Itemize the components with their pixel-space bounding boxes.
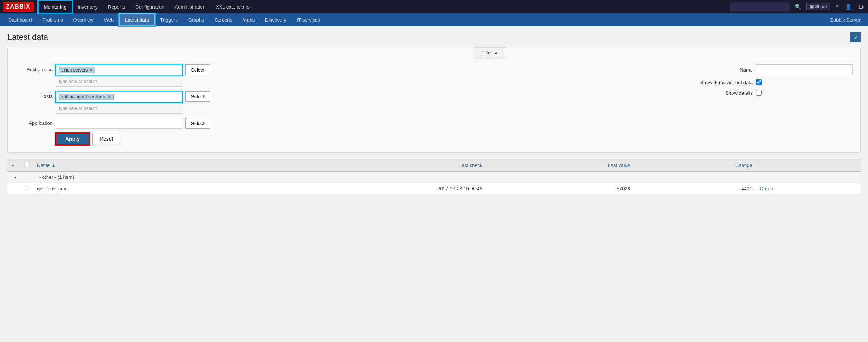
nav-graphs[interactable]: Graphs <box>183 13 210 26</box>
row-expand-cell <box>7 183 21 194</box>
hosts-input-wrap: zabbix-agent-service-a ✕ type here to se… <box>56 91 182 114</box>
nav-discovery[interactable]: Discovery <box>260 13 292 26</box>
application-select-button[interactable]: Select <box>185 118 210 129</box>
user-icon[interactable]: 👤 <box>844 4 853 10</box>
col-name-header[interactable]: Name ▲ <box>33 159 224 172</box>
logo: ZABBIX <box>3 2 34 12</box>
apply-button[interactable]: Apply <box>56 133 89 145</box>
filter-actions: Apply Reset <box>56 133 678 145</box>
second-navigation: Dashboard Problems Overview Web Latest d… <box>0 13 868 26</box>
row-lastcheck-cell: 2017-08-26 10:00:45 <box>224 183 486 194</box>
graph-link[interactable]: Graph <box>760 186 773 191</box>
data-table: ▼ Name ▲ Last check Last value Change <box>7 159 861 194</box>
page-title-row: Latest data ⤢ <box>7 32 861 42</box>
top-nav-items: Monitoring Inventory Reports Configurati… <box>38 0 730 13</box>
table-row: get_total_num 2017-08-26 10:00:45 57026 … <box>7 183 861 194</box>
nav-it-services[interactable]: IT services <box>292 13 326 26</box>
group-name-cell: - other - (1 Item) <box>33 171 861 183</box>
nav-configuration[interactable]: Configuration <box>130 0 169 13</box>
row-checkbox-cell[interactable] <box>21 183 33 194</box>
search-input[interactable] <box>730 2 790 11</box>
page-content: Latest data ⤢ Filter ▲ Host groups <box>0 26 868 342</box>
group-expand-cell[interactable]: ▼ <box>7 171 21 183</box>
nav-dashboard[interactable]: Dashboard <box>3 13 37 26</box>
nav-triggers[interactable]: Triggers <box>155 13 183 26</box>
col-graph-header <box>756 159 861 172</box>
host-groups-tag: Linux servers ✕ <box>59 67 95 73</box>
host-groups-tag-input[interactable]: Linux servers ✕ <box>56 64 182 76</box>
hosts-select-button[interactable]: Select <box>185 91 210 102</box>
col-checkbox-header <box>21 159 33 172</box>
server-name: Zabbix Server <box>830 17 865 23</box>
nav-overview[interactable]: Overview <box>68 13 99 26</box>
application-row: Application Select <box>15 118 678 129</box>
row-name-cell: get_total_num <box>33 183 224 194</box>
hosts-tag-remove[interactable]: ✕ <box>108 95 111 99</box>
filter-left-column: Host groups Linux servers ✕ type here to… <box>15 64 678 145</box>
reset-button[interactable]: Reset <box>92 133 120 145</box>
application-input-wrap <box>56 118 182 129</box>
group-checkbox-cell <box>21 171 33 183</box>
name-input[interactable] <box>756 64 853 75</box>
nav-inventory[interactable]: Inventory <box>72 0 103 13</box>
host-groups-label: Host groups <box>15 64 53 72</box>
show-details-checkbox[interactable] <box>756 90 762 96</box>
row-lastvalue-cell: 57026 <box>486 183 634 194</box>
filter-content-row: Host groups Linux servers ✕ type here to… <box>15 64 853 145</box>
filter-body: Host groups Linux servers ✕ type here to… <box>8 58 860 152</box>
nav-xxl-extensions[interactable]: XXL extensions <box>211 0 255 13</box>
select-all-checkbox[interactable] <box>25 162 29 167</box>
nav-monitoring[interactable]: Monitoring <box>38 0 73 13</box>
host-groups-input-wrap: Linux servers ✕ type here to search <box>56 64 182 87</box>
expand-all-icon[interactable]: ▼ <box>11 164 15 168</box>
group-expand-icon[interactable]: ▼ <box>13 175 17 180</box>
table-header-row: ▼ Name ▲ Last check Last value Change <box>7 159 861 172</box>
nav-reports[interactable]: Reports <box>103 0 130 13</box>
row-checkbox[interactable] <box>25 186 29 190</box>
filter-tab-label: Filter ▲ <box>481 50 498 56</box>
col-lastcheck-header[interactable]: Last check <box>224 159 486 172</box>
top-nav-right: 🔍 ▣ Share ? 👤 ⏻ <box>730 2 865 11</box>
nav-maps[interactable]: Maps <box>238 13 260 26</box>
hosts-tag-input[interactable]: zabbix-agent-service-a ✕ <box>56 91 182 102</box>
filter-right-column: Name Show items without data Show detail… <box>693 64 853 145</box>
search-icon[interactable]: 🔍 <box>793 4 803 10</box>
nav-latest-data[interactable]: Latest data <box>119 13 155 26</box>
top-navigation: ZABBIX Monitoring Inventory Reports Conf… <box>0 0 868 13</box>
expand-button[interactable]: ⤢ <box>850 32 861 42</box>
nav-problems[interactable]: Problems <box>37 13 68 26</box>
row-change-cell: +4411 <box>634 183 756 194</box>
hosts-label: Hosts <box>15 91 53 99</box>
nav-administration[interactable]: Administration <box>170 0 211 13</box>
help-icon[interactable]: ? <box>834 4 840 10</box>
share-icon: ▣ <box>810 4 814 9</box>
col-lastvalue-header[interactable]: Last value <box>486 159 634 172</box>
row-graph-cell[interactable]: Graph <box>756 183 861 194</box>
power-icon[interactable]: ⏻ <box>857 4 865 10</box>
page-title: Latest data <box>7 32 48 42</box>
host-groups-select-button[interactable]: Select <box>185 64 210 75</box>
show-details-row: Show details <box>693 90 853 96</box>
show-details-label: Show details <box>693 90 753 96</box>
name-row: Name <box>693 64 853 75</box>
name-label: Name <box>693 67 753 73</box>
host-groups-tag-remove[interactable]: ✕ <box>89 68 92 73</box>
col-change-header[interactable]: Change <box>634 159 756 172</box>
nav-screens[interactable]: Screens <box>209 13 238 26</box>
host-groups-row: Host groups Linux servers ✕ type here to… <box>15 64 678 87</box>
hosts-row: Hosts zabbix-agent-service-a ✕ type here… <box>15 91 678 114</box>
table-group-row: ▼ - other - (1 Item) <box>7 171 861 183</box>
show-items-label: Show items without data <box>693 80 753 85</box>
filter-panel: Filter ▲ Host groups Linux servers ✕ <box>7 47 861 153</box>
col-expand-header: ▼ <box>7 159 21 172</box>
host-groups-search[interactable]: type here to search <box>56 77 182 87</box>
hosts-tag: zabbix-agent-service-a ✕ <box>59 94 114 100</box>
application-label: Application <box>15 118 53 126</box>
share-button[interactable]: ▣ Share <box>806 3 830 10</box>
nav-web[interactable]: Web <box>99 13 119 26</box>
filter-tab[interactable]: Filter ▲ <box>474 47 506 58</box>
show-items-row: Show items without data <box>693 79 853 85</box>
hosts-search[interactable]: type here to search <box>56 104 182 114</box>
application-input[interactable] <box>56 118 182 129</box>
show-items-checkbox[interactable] <box>756 79 762 85</box>
